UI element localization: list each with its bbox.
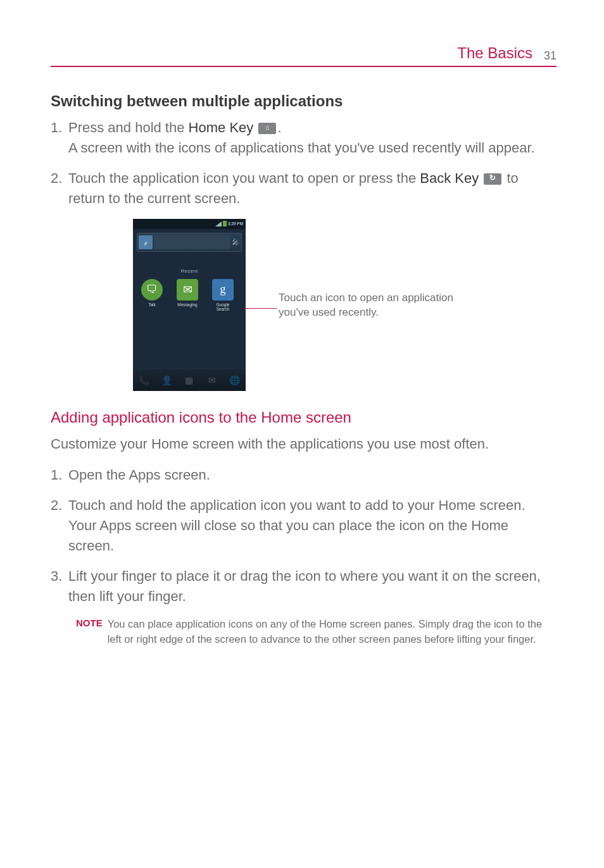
step-1-line2: A screen with the icons of applications … [68,140,535,156]
heading-adding-icons: Adding application icons to the Home scr… [51,409,557,426]
intro-adding: Customize your Home screen with the appl… [51,434,557,454]
status-clock: 3:29 PM [228,221,243,226]
nav-messaging-icon: ✉ [204,372,220,388]
steps-switching: Press and hold the Home Key . A screen w… [51,118,557,209]
home-key-label: Home Key [189,120,254,135]
back-key-icon [484,173,501,185]
talk-label: Talk [139,302,165,307]
back-key-label: Back Key [420,170,479,186]
step-1-suffix: . [277,120,281,135]
note-text: You can place application icons on any o… [108,617,557,647]
page-header: The Basics 31 [51,44,557,67]
home-key-icon [258,123,276,134]
google-search-widget: ℊ 🎤︎ [137,233,242,252]
nav-browser-icon: 🌐 [226,372,242,388]
step-1-prefix: Press and hold the [68,120,189,135]
callout-text: Touch an icon to open an application you… [279,291,481,320]
google-search-label: Google Search [210,302,236,311]
note-label: NOTE [76,617,103,628]
phone-nav-bar: 📞 👤 ▦ ✉ 🌐 [133,369,246,391]
add-step-2: Touch and hold the application icon you … [51,495,557,556]
step-2-prefix: Touch the application icon you want to o… [68,170,420,186]
search-field [154,235,230,249]
recent-app-google-search: g Google Search [210,279,236,311]
nav-apps-icon: ▦ [181,372,198,388]
add-step-1: Open the Apps screen. [51,465,557,485]
add-step-3: Lift your finger to place it or drag the… [51,566,557,607]
steps-adding: Open the Apps screen. Touch and hold the… [51,465,557,606]
recent-label: Recent [133,268,246,274]
messaging-icon: ✉ [177,279,198,301]
callout-leader-line [244,308,277,309]
talk-icon: 🗨 [141,279,163,301]
signal-icon [215,221,222,226]
phone-figure: 3:29 PM ℊ 🎤︎ Recent 🗨 Talk ✉ Messaging g… [133,219,557,391]
note-block: NOTE You can place application icons on … [51,617,557,647]
recent-app-messaging: ✉ Messaging [175,279,200,311]
nav-phone-icon: 📞 [136,372,153,388]
step-2: Touch the application icon you want to o… [51,168,557,209]
mic-icon: 🎤︎ [231,235,240,249]
phone-screenshot: 3:29 PM ℊ 🎤︎ Recent 🗨 Talk ✉ Messaging g… [133,219,246,391]
recent-apps-row: 🗨 Talk ✉ Messaging g Google Search [133,274,246,311]
messaging-label: Messaging [175,302,200,307]
recent-app-talk: 🗨 Talk [139,279,165,311]
nav-contacts-icon: 👤 [158,372,175,388]
status-bar: 3:29 PM [133,219,246,229]
heading-switching-apps: Switching between multiple applications [51,92,557,110]
step-1: Press and hold the Home Key . A screen w… [51,118,557,158]
section-title: The Basics [457,44,532,62]
google-search-icon: g [212,279,234,301]
google-g-icon: ℊ [139,235,153,249]
battery-icon [223,221,227,226]
page-number: 31 [544,49,557,63]
